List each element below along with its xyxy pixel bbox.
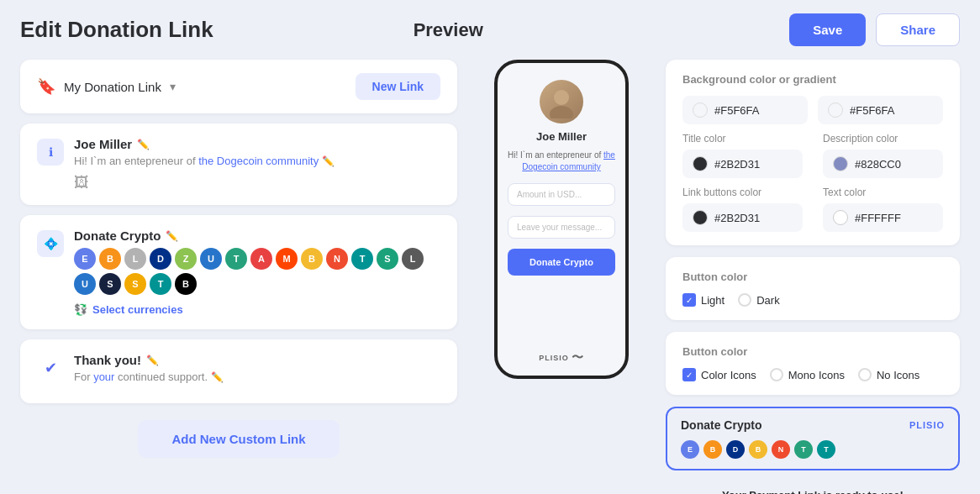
- color-icons-option[interactable]: ✓ Color Icons: [682, 368, 756, 381]
- preview-label: Preview: [414, 19, 790, 41]
- mono-icons-option[interactable]: Mono Icons: [770, 368, 845, 381]
- selector-label: My Donation Link: [64, 80, 161, 94]
- settings-panel: Background color or gradient #F5F6FA #F5…: [666, 60, 960, 494]
- phone-footer-logo: PLISIO 〜: [539, 350, 584, 365]
- bg-color-2[interactable]: #F5F6FA: [818, 96, 943, 124]
- bookmark-icon: 🔖: [37, 77, 55, 96]
- bg-color-1-value: #F5F6FA: [714, 104, 759, 117]
- crypto-coin-icon: B: [99, 248, 121, 270]
- text-color-label: Text color: [823, 187, 943, 198]
- svg-point-1: [550, 106, 573, 118]
- crypto-coin-icon: Z: [175, 248, 197, 270]
- crypto-coin-icon: M: [276, 248, 298, 270]
- crypto-coin-icon: L: [402, 248, 424, 270]
- save-button[interactable]: Save: [789, 13, 866, 46]
- light-option[interactable]: ✓ Light: [682, 293, 724, 307]
- color-icons-label: Color Icons: [701, 369, 756, 381]
- mini-coin-icon: D: [726, 440, 745, 459]
- mini-coin-icon: T: [794, 440, 813, 459]
- donate-crypto-title: Donate Crypto: [74, 229, 161, 243]
- payment-ready-text: Your Payment Link is ready to use!: [666, 482, 960, 494]
- check-icon: ✔: [37, 355, 64, 381]
- avatar: [540, 80, 583, 124]
- share-button[interactable]: Share: [876, 13, 960, 46]
- crypto-coin-icon: A: [250, 248, 272, 270]
- new-link-button[interactable]: New Link: [356, 73, 440, 100]
- edit-name-icon[interactable]: ✏️: [137, 139, 150, 150]
- select-currencies-label: Select currencies: [92, 303, 183, 316]
- title-color-swatch: [693, 156, 708, 171]
- crypto-coin-icon: U: [74, 273, 96, 295]
- light-dark-group: ✓ Light Dark: [682, 293, 943, 307]
- thanks-desc: For your continued support. ✏️: [74, 370, 440, 383]
- chevron-down-icon[interactable]: ▾: [170, 80, 176, 93]
- text-color-swatch: [833, 210, 848, 225]
- no-icons-radio: [858, 368, 872, 381]
- title-color-label: Title color: [682, 133, 803, 145]
- crypto-coin-icon: T: [225, 248, 247, 270]
- image-icon[interactable]: 🖼: [74, 174, 440, 192]
- add-custom-link-button[interactable]: Add New Custom Link: [138, 420, 339, 458]
- donate-crypto-card: 💠 Donate Crypto ✏️ EBLDZUTAMBNTSLUSSTB 💱…: [20, 215, 457, 329]
- plisio-logo: PLISIO: [909, 420, 945, 430]
- icon-style-group: ✓ Color Icons Mono Icons No Icons: [682, 368, 943, 381]
- donate-preview-coins: EBDBNTT: [681, 440, 945, 459]
- dark-option[interactable]: Dark: [738, 293, 779, 307]
- crypto-coin-icon: L: [124, 248, 146, 270]
- crypto-coin-icon: N: [326, 248, 348, 270]
- crypto-coin-icon: D: [150, 248, 171, 270]
- link-buttons-color-field[interactable]: #2B2D31: [682, 203, 803, 232]
- mini-coin-icon: B: [703, 440, 722, 459]
- link-buttons-color-label: Link buttons color: [682, 187, 803, 198]
- mono-icons-label: Mono Icons: [788, 369, 845, 381]
- crypto-coin-icon: B: [175, 273, 197, 295]
- right-panel: Joe Miller Hi! I`m an entepreneur of the…: [457, 60, 960, 494]
- page-title: Edit Donation Link: [20, 17, 397, 43]
- svg-point-0: [554, 90, 569, 105]
- edit-donate-icon[interactable]: ✏️: [166, 230, 178, 242]
- desc-color-swatch: [833, 156, 848, 171]
- link-buttons-color-value: #2B2D31: [714, 212, 760, 224]
- crypto-coin-icon: T: [150, 273, 171, 295]
- dark-radio: [738, 293, 751, 307]
- icon-style-section: Button color ✓ Color Icons Mono Icons No…: [666, 332, 960, 395]
- mini-coin-icon: N: [772, 440, 790, 459]
- title-color-field[interactable]: #2B2D31: [682, 150, 803, 178]
- link-buttons-swatch: [693, 210, 708, 225]
- mini-coin-icon: E: [681, 440, 699, 459]
- text-color-value: #FFFFFF: [855, 212, 901, 224]
- bg-color-2-value: #F5F6FA: [850, 104, 894, 117]
- phone-message-input[interactable]: Leave your message...: [508, 216, 615, 239]
- title-color-col: Title color #2B2D31: [682, 133, 803, 178]
- donate-preview-title: Donate Crypto: [681, 418, 761, 432]
- button-color-title: Button color: [682, 271, 943, 283]
- phone-bio: Hi! I`m an entepreneur of the Dogecoin c…: [508, 150, 615, 173]
- mini-coin-icon: T: [817, 440, 835, 459]
- crypto-coin-icon: S: [99, 273, 121, 295]
- currencies-icon: 💱: [74, 303, 87, 316]
- edit-thanks-icon[interactable]: ✏️: [146, 355, 159, 366]
- desc-color-field[interactable]: #828CC0: [823, 150, 943, 178]
- select-currencies-button[interactable]: 💱 Select currencies: [74, 303, 440, 316]
- desc-color-label: Description color: [823, 133, 943, 145]
- title-color-value: #2B2D31: [714, 158, 760, 171]
- desc-color-value: #828CC0: [855, 158, 901, 171]
- crypto-coin-icon: T: [351, 248, 373, 270]
- edit-thanks-desc-icon[interactable]: ✏️: [211, 371, 224, 383]
- no-icons-option[interactable]: No Icons: [858, 368, 919, 381]
- text-color-field[interactable]: #FFFFFF: [823, 203, 943, 232]
- thanks-card: ✔ Thank you! ✏️ For your continued suppo…: [20, 339, 457, 403]
- light-label: Light: [701, 294, 724, 307]
- thanks-title: Thank you!: [74, 353, 141, 367]
- desc-color-col: Description color #828CC0: [823, 133, 943, 178]
- button-color-section: Button color ✓ Light Dark: [666, 257, 960, 320]
- edit-bio-icon[interactable]: ✏️: [322, 155, 335, 167]
- phone-preview: Joe Miller Hi! I`m an entepreneur of the…: [477, 60, 645, 494]
- phone-donate-button[interactable]: Donate Crypto: [508, 249, 615, 276]
- crypto-icons-list: EBLDZUTAMBNTSLUSSTB: [74, 248, 440, 295]
- dark-label: Dark: [756, 294, 779, 307]
- bg-color-1[interactable]: #F5F6FA: [682, 96, 808, 124]
- bg-swatch-2: [828, 102, 843, 118]
- phone-amount-input[interactable]: Amount in USD...: [508, 183, 615, 206]
- icon-style-title: Button color: [682, 345, 943, 358]
